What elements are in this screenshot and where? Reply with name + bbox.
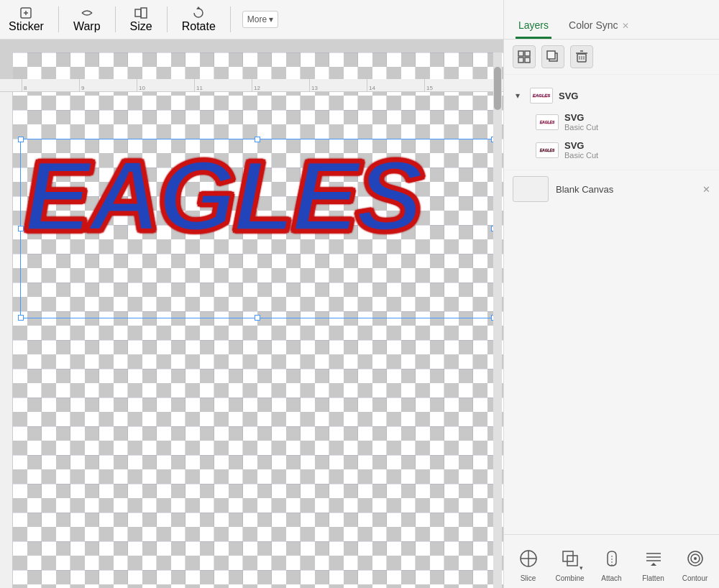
contour-tool[interactable]: Contour	[677, 546, 713, 582]
copy-button[interactable]	[541, 45, 564, 68]
svg-rect-8	[518, 58, 523, 63]
layer-child-1-subtitle: Basic Cut	[564, 123, 707, 132]
rotate-label: Rotate	[182, 20, 216, 33]
ruler-tick-10: 10	[137, 79, 145, 92]
svg-rect-3	[135, 9, 141, 17]
layer-root-item[interactable]: ▾ EAGLES SVG	[507, 83, 716, 108]
layer-root-thumb: EAGLES	[530, 88, 553, 104]
warp-tool[interactable]: Warp	[70, 4, 104, 35]
handle-bot-left[interactable]	[18, 315, 24, 321]
contour-icon	[682, 546, 708, 571]
svg-rect-22	[567, 556, 577, 566]
color-sync-close[interactable]: ✕	[622, 21, 629, 31]
group-icon	[518, 50, 531, 63]
attach-icon	[599, 546, 625, 571]
layer-child-2-title: SVG	[564, 140, 707, 151]
layer-group-root: ▾ EAGLES SVG EAGLES SVG Basic Cut	[504, 81, 719, 167]
flatten-label: Flatten	[642, 574, 664, 582]
layer-chevron-icon: ▾	[516, 91, 524, 101]
divider-4	[230, 6, 231, 32]
scrollbar-thumb[interactable]	[494, 67, 501, 110]
combine-dropdown-arrow: ▾	[580, 564, 583, 571]
svg-marker-27	[651, 563, 656, 566]
delete-button[interactable]	[570, 45, 593, 68]
flatten-tool[interactable]: Flatten	[636, 546, 672, 582]
delete-icon	[575, 50, 588, 63]
ruler-top: 8 9 10 11 12 13 14 15	[0, 79, 503, 92]
svg-rect-7	[525, 51, 530, 56]
blank-canvas-close-icon[interactable]: ✕	[702, 184, 710, 195]
slice-label: Slice	[521, 574, 536, 582]
layer-child-2-thumb: EAGLES	[536, 142, 559, 158]
ruler-tick-9: 9	[79, 79, 84, 92]
size-icon	[134, 6, 148, 20]
blank-canvas-section: Blank Canvas ✕	[504, 170, 719, 208]
size-tool[interactable]: Size	[127, 4, 155, 35]
ruler-tick-14: 14	[367, 79, 375, 92]
size-label: Size	[130, 20, 152, 33]
layer-root-title: SVG	[559, 91, 707, 101]
right-panel: Layers Color Sync ✕	[503, 0, 719, 588]
layer-child-2[interactable]: EAGLES SVG Basic Cut	[507, 136, 716, 164]
main-toolbar: Sticker Warp Size Rotate More ▾	[0, 0, 503, 40]
tab-layers[interactable]: Layers	[516, 14, 551, 39]
ruler-left	[0, 92, 13, 588]
svg-rect-21	[563, 551, 573, 561]
attach-tool[interactable]: Attach	[594, 546, 630, 582]
svg-point-30	[694, 557, 697, 560]
sticker-label: Sticker	[9, 20, 44, 33]
more-button[interactable]: More ▾	[242, 11, 278, 28]
layer-child-1-thumb: EAGLES	[536, 114, 559, 130]
svg-marker-5	[196, 6, 201, 9]
layers-content: ▾ EAGLES SVG EAGLES SVG Basic Cut	[504, 75, 719, 534]
tab-color-sync[interactable]: Color Sync ✕	[566, 14, 632, 39]
slice-icon	[516, 546, 541, 571]
more-arrow-icon: ▾	[269, 14, 273, 24]
layer-child-1-info: SVG Basic Cut	[564, 112, 707, 132]
copy-icon	[546, 50, 559, 63]
layer-child-1[interactable]: EAGLES SVG Basic Cut	[507, 108, 716, 136]
group-button[interactable]	[513, 45, 536, 68]
ruler-tick-15: 15	[424, 79, 433, 92]
sticker-tool[interactable]: Sticker	[6, 4, 47, 35]
more-label: More	[247, 14, 267, 24]
svg-rect-6	[518, 51, 523, 56]
eagles-text: EAGLES	[22, 146, 421, 247]
layer-child-2-info: SVG Basic Cut	[564, 140, 707, 160]
panel-toolbar	[504, 40, 719, 75]
svg-rect-4	[141, 8, 147, 18]
handle-bot-mid[interactable]	[255, 315, 260, 321]
divider-2	[115, 6, 116, 32]
ruler-tick-11: 11	[194, 79, 203, 92]
canvas-area: 8 9 10 11 12 13 14 15 EAGLES	[0, 40, 503, 588]
rotate-icon	[191, 6, 206, 20]
bottom-tools: Slice ▾ Combine	[510, 546, 713, 582]
svg-rect-9	[525, 58, 530, 63]
svg-rect-11	[547, 51, 555, 59]
ruler-tick-12: 12	[252, 79, 260, 92]
warp-icon	[80, 6, 94, 20]
panel-tabs: Layers Color Sync ✕	[504, 0, 719, 40]
blank-canvas-thumb	[513, 176, 549, 202]
ruler-tick-8: 8	[22, 79, 27, 92]
flatten-icon	[641, 546, 667, 571]
combine-tool[interactable]: ▾ Combine	[552, 546, 588, 582]
contour-label: Contour	[682, 574, 708, 582]
layer-child-2-subtitle: Basic Cut	[564, 151, 707, 160]
layer-child-1-title: SVG	[564, 112, 707, 123]
vertical-scrollbar[interactable]	[493, 52, 502, 588]
panel-bottom: Slice ▾ Combine	[504, 534, 719, 588]
blank-canvas-label: Blank Canvas	[556, 184, 613, 195]
divider-3	[167, 6, 168, 32]
slice-tool[interactable]: Slice	[510, 546, 546, 582]
grid-canvas: EAGLES	[13, 52, 503, 588]
attach-label: Attach	[601, 574, 621, 582]
handle-mid-left[interactable]	[18, 226, 24, 231]
warp-label: Warp	[73, 20, 101, 33]
rotate-tool[interactable]: Rotate	[179, 4, 219, 35]
combine-label: Combine	[555, 574, 584, 582]
layer-root-info: SVG	[559, 91, 707, 101]
sticker-icon	[19, 6, 33, 20]
ruler-tick-13: 13	[309, 79, 318, 92]
eagles-text-container[interactable]: EAGLES	[24, 146, 491, 311]
